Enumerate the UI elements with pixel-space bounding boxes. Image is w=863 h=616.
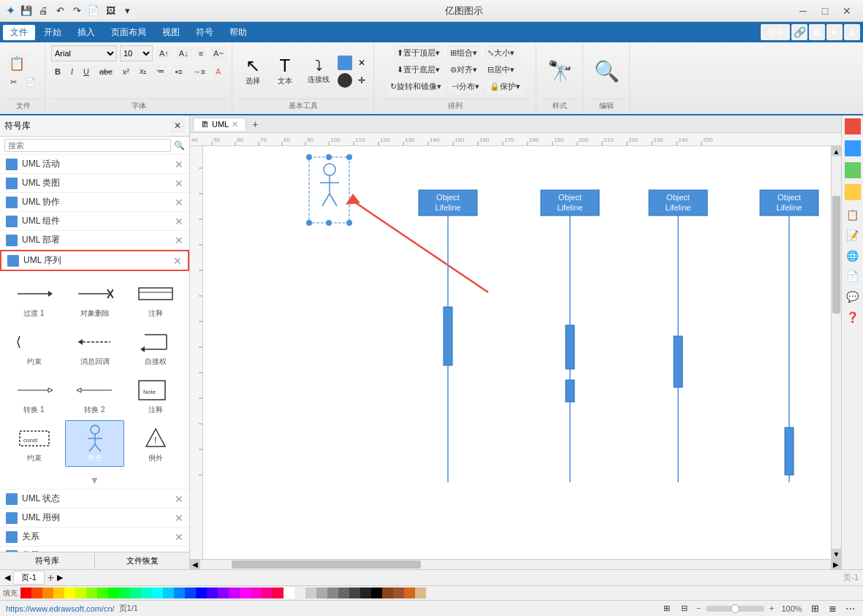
color-swatch-item[interactable] <box>174 588 185 598</box>
color-swatch-item[interactable] <box>415 588 426 598</box>
color-swatch-item[interactable] <box>338 588 349 598</box>
font-size-select[interactable]: 10 <box>120 45 153 61</box>
color-swatch-item[interactable] <box>327 588 338 598</box>
arrange-align[interactable]: ⊜对齐▾ <box>446 62 481 77</box>
color-swatch-item[interactable] <box>42 588 53 598</box>
header-extend[interactable]: ✦ <box>826 24 843 40</box>
strike-btn[interactable]: abc <box>96 65 116 78</box>
arrange-protect[interactable]: 🔒保护▾ <box>486 79 524 94</box>
status-fullscreen-btn[interactable]: ⊞ <box>807 602 822 615</box>
font-family-select[interactable]: Arial <box>51 45 117 61</box>
right-web-btn[interactable]: 🌐 <box>844 247 862 265</box>
symbol-cat-uml-sequence[interactable]: UML 序列 ✕ <box>0 250 189 271</box>
arrange-rotate[interactable]: ↻旋转和镜像▾ <box>387 79 445 94</box>
sym-msg-callback[interactable]: 消息回调 <box>65 324 124 370</box>
symbol-cat-uml-class[interactable]: UML 类图 ✕ <box>0 174 189 193</box>
color-swatch-item[interactable] <box>371 588 382 598</box>
ribbon-paste[interactable]: 📋 <box>7 53 27 74</box>
right-style-btn[interactable]: 📋 <box>844 206 862 224</box>
color-swatch-item[interactable] <box>86 588 97 598</box>
symbol-search-input[interactable] <box>4 139 171 152</box>
lifeline-4-group[interactable]: Object Lifeline <box>760 190 818 482</box>
shape-circle[interactable] <box>338 73 352 88</box>
status-url[interactable]: https://www.edrawsoft.com/cn/ <box>6 604 115 613</box>
shape-x[interactable]: ✕ <box>354 56 369 70</box>
font-align[interactable]: ≡ <box>195 47 207 60</box>
right-doc-btn[interactable]: 📄 <box>844 267 862 285</box>
color-swatch-item[interactable] <box>229 588 240 598</box>
sym-transition3[interactable]: 转换 2 <box>65 372 124 419</box>
cat-close-class[interactable]: ✕ <box>175 178 183 189</box>
color-swatch-item[interactable] <box>284 588 294 598</box>
color-swatch-item[interactable] <box>64 588 75 598</box>
page-nav-right[interactable]: ▶ <box>57 573 63 582</box>
tool-connect[interactable]: ⤵ 连接线 <box>303 55 335 88</box>
color-swatch-item[interactable] <box>207 588 218 598</box>
zoom-in-icon[interactable]: ＋ <box>767 602 776 615</box>
color-swatch-item[interactable] <box>349 588 360 598</box>
bold-btn[interactable]: B <box>51 65 64 78</box>
search-icon[interactable]: 🔍 <box>174 140 185 151</box>
scroll-left-btn[interactable]: ◀ <box>190 560 200 569</box>
menu-start[interactable]: 开始 <box>37 25 69 40</box>
cat-close-deploy[interactable]: ✕ <box>175 235 183 246</box>
qat-print[interactable]: 🖨 <box>35 3 51 19</box>
sym-exception[interactable]: ! 例外 <box>126 420 185 467</box>
qat-more[interactable]: ▾ <box>119 3 135 19</box>
shape-plus[interactable]: ✛ <box>354 73 369 88</box>
menu-file[interactable]: 文件 <box>3 25 35 40</box>
symbol-cat-relation[interactable]: 关系 ✕ <box>0 528 189 547</box>
lifeline-3-group[interactable]: Object Lifeline <box>649 190 707 482</box>
h-scroll-thumb[interactable] <box>232 560 421 569</box>
zoom-slider[interactable] <box>706 606 764 612</box>
color-swatch-item[interactable] <box>316 588 327 598</box>
font-color-btn[interactable]: A <box>212 65 224 78</box>
color-swatch-item[interactable] <box>141 588 152 598</box>
underline-btn[interactable]: U <box>80 65 93 78</box>
color-swatch-item[interactable] <box>196 588 207 598</box>
color-swatch-item[interactable] <box>262 588 273 598</box>
qat-redo[interactable]: ↷ <box>69 3 85 19</box>
page-nav-left[interactable]: ◀ <box>4 573 10 582</box>
color-swatch-item[interactable] <box>185 588 196 598</box>
color-swatch-item[interactable] <box>382 588 393 598</box>
arrange-center[interactable]: ⊟居中▾ <box>484 62 518 77</box>
right-comment-btn[interactable]: 💬 <box>844 288 862 305</box>
right-panel-color4[interactable] <box>845 184 861 200</box>
tool-select[interactable]: ↖ 选择 <box>238 53 267 90</box>
tab-symbol-lib[interactable]: 符号库 <box>0 552 95 569</box>
cat-close-usecase[interactable]: ✕ <box>175 512 183 524</box>
close-button[interactable]: ✕ <box>837 4 857 18</box>
scroll-thumb[interactable] <box>832 196 840 313</box>
edit-btn[interactable]: 🔍 <box>589 56 625 87</box>
page-add-btn[interactable]: + <box>47 571 54 585</box>
indent-btn[interactable]: →≡ <box>189 65 209 78</box>
cat-close-state[interactable]: ✕ <box>175 493 183 505</box>
sym-constraint[interactable]: 约束 <box>4 324 64 370</box>
bullet-btn[interactable]: •≡ <box>171 65 186 78</box>
cat-close-component[interactable]: ✕ <box>175 216 183 227</box>
symbol-cat-uml-state[interactable]: UML 状态 ✕ <box>0 490 189 509</box>
qat-save[interactable]: 💾 <box>18 3 34 19</box>
qat-new[interactable]: 📄 <box>85 3 102 19</box>
menu-symbol[interactable]: 符号 <box>189 25 221 40</box>
zoom-out-icon[interactable]: － <box>694 602 703 615</box>
cat-close-activity[interactable]: ✕ <box>175 159 183 170</box>
tab-file-recover[interactable]: 文件恢复 <box>95 552 189 569</box>
color-swatch-item[interactable] <box>163 588 174 598</box>
status-fit-btn[interactable]: ⊟ <box>677 602 691 615</box>
page-tab-1[interactable]: 页-1 <box>13 571 45 585</box>
sym-constraint2[interactable]: const 约束 <box>4 420 64 467</box>
sym-transition1[interactable]: 过渡 1 <box>4 275 64 322</box>
canvas-scrollbar-v[interactable]: ▲ ▼ <box>831 146 841 559</box>
color-swatch-item[interactable] <box>108 588 119 598</box>
status-more-btn[interactable]: ⋯ <box>843 602 857 615</box>
scroll-down-btn[interactable]: ▼ <box>832 549 841 559</box>
symbol-cat-background[interactable]: 背景 ✕ <box>0 547 189 552</box>
menu-help[interactable]: 帮助 <box>222 25 254 40</box>
color-swatch-item[interactable] <box>240 588 251 598</box>
list-btn[interactable]: ≔ <box>153 64 168 78</box>
cat-close-collab[interactable]: ✕ <box>175 197 183 208</box>
header-collapse[interactable]: ∧ <box>844 24 860 40</box>
color-swatch-item[interactable] <box>152 588 163 598</box>
